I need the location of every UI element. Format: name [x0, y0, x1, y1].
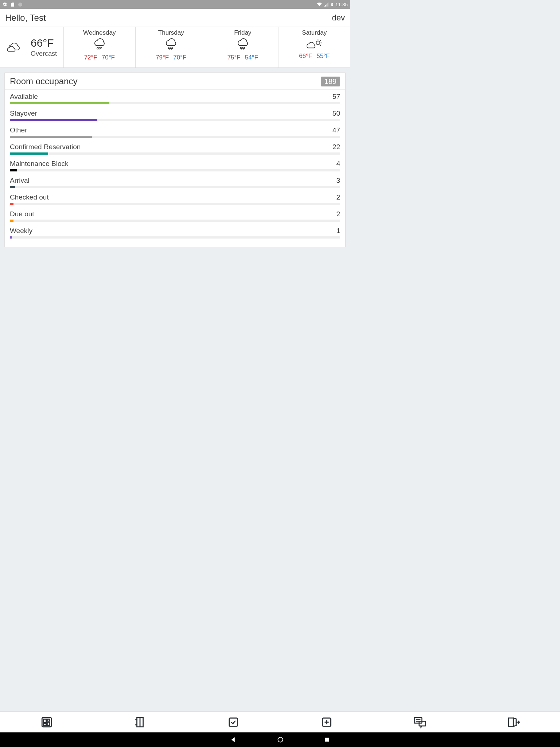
rain-icon	[92, 38, 108, 53]
svg-line-9	[170, 47, 170, 50]
status-left	[2, 2, 23, 7]
occupancy-bar	[10, 136, 340, 138]
svg-line-12	[242, 47, 243, 49]
overcast-icon	[5, 40, 26, 55]
occupancy-row[interactable]: Arrival3	[5, 174, 345, 190]
occupancy-row[interactable]: Stayover50	[5, 107, 345, 123]
occupancy-label: Maintenance Block	[10, 160, 69, 168]
occupancy-row[interactable]: Available57	[5, 90, 345, 107]
forecast-lo: 70°F	[102, 54, 115, 61]
battery-icon	[330, 2, 334, 7]
forecast-day-label: Thursday	[158, 29, 184, 36]
circle-icon	[18, 2, 23, 7]
occupancy-row[interactable]: Checked out2	[5, 190, 345, 207]
svg-line-4	[98, 47, 98, 50]
occupancy-bar	[10, 203, 340, 205]
occupancy-value: 50	[332, 109, 340, 117]
occupancy-row[interactable]: Weekly1	[5, 224, 345, 241]
forecast-hi: 79°F	[156, 54, 169, 61]
occupancy-value: 22	[332, 143, 340, 151]
forecast-day: Wednesday72°F70°F	[64, 27, 136, 67]
forecast: Wednesday72°F70°FThursday79°F70°FFriday7…	[64, 27, 350, 67]
occupancy-value: 47	[332, 126, 340, 134]
app-header: Hello, Test dev	[0, 9, 350, 27]
svg-line-5	[100, 47, 101, 50]
forecast-temps: 72°F70°F	[84, 54, 115, 61]
forecast-hi: 75°F	[228, 54, 241, 61]
partly-cloudy-icon	[306, 38, 323, 52]
sd-card-icon	[10, 2, 15, 7]
occupancy-label: Weekly	[10, 227, 32, 235]
occupancy-bar	[10, 236, 340, 239]
occupancy-row[interactable]: Other47	[5, 123, 345, 140]
svg-line-7	[170, 47, 171, 49]
svg-line-6	[168, 47, 169, 49]
wifi-icon	[316, 2, 322, 7]
occupancy-rows: Available57Stayover50Other47Confirmed Re…	[5, 90, 345, 247]
occupancy-bar	[10, 169, 340, 171]
occupancy-value: 1	[336, 227, 340, 235]
current-temp: 66°F	[31, 37, 57, 49]
weather-row: 66°F Overcast Wednesday72°F70°FThursday7…	[0, 27, 350, 68]
forecast-lo: 70°F	[173, 54, 186, 61]
forecast-day-label: Friday	[234, 29, 251, 36]
svg-line-2	[99, 47, 100, 49]
occupancy-row[interactable]: Due out2	[5, 207, 345, 224]
svg-point-0	[18, 3, 22, 7]
svg-line-14	[241, 47, 242, 50]
total-badge: 189	[321, 77, 340, 86]
gear-icon	[2, 2, 7, 7]
forecast-lo: 54°F	[245, 54, 258, 61]
occupancy-label: Checked out	[10, 193, 49, 201]
occupancy-row[interactable]: Confirmed Reservation22	[5, 140, 345, 157]
svg-line-19	[320, 40, 321, 41]
weather-now: 66°F Overcast	[0, 27, 64, 67]
forecast-temps: 75°F54°F	[228, 54, 258, 61]
occupancy-label: Other	[10, 126, 27, 134]
occupancy-bar	[10, 102, 340, 104]
occupancy-bar	[10, 119, 340, 121]
occupancy-bar	[10, 220, 340, 222]
occupancy-label: Due out	[10, 210, 34, 218]
current-condition: Overcast	[31, 50, 57, 58]
occupancy-value: 2	[336, 210, 340, 218]
svg-line-10	[171, 47, 172, 50]
svg-line-20	[320, 45, 321, 46]
forecast-hi: 72°F	[84, 54, 97, 61]
occupancy-value: 2	[336, 193, 340, 201]
signal-icon	[324, 2, 329, 7]
status-time: 11:35	[335, 2, 348, 7]
occupancy-value: 57	[332, 93, 340, 101]
card-header: Room occupancy 189	[5, 73, 345, 90]
occupancy-label: Confirmed Reservation	[10, 143, 81, 151]
svg-point-16	[316, 41, 320, 44]
forecast-day-label: Saturday	[302, 29, 327, 36]
occupancy-bar	[10, 186, 340, 188]
svg-line-11	[240, 47, 241, 49]
greeting-text: Hello, Test	[5, 13, 46, 23]
forecast-day: Thursday79°F70°F	[136, 27, 207, 67]
forecast-lo: 55°F	[316, 53, 330, 60]
svg-line-3	[101, 47, 101, 49]
forecast-day: Saturday66°F55°F	[279, 27, 350, 67]
occupancy-label: Stayover	[10, 109, 37, 117]
forecast-temps: 79°F70°F	[156, 54, 186, 61]
status-right: 11:35	[316, 2, 348, 7]
svg-line-15	[243, 47, 244, 50]
occupancy-label: Arrival	[10, 177, 30, 185]
occupancy-value: 4	[336, 160, 340, 168]
occupancy-card: Room occupancy 189 Available57Stayover50…	[4, 72, 346, 247]
android-status-bar: 11:35	[0, 0, 350, 9]
occupancy-label: Available	[10, 93, 38, 101]
occupancy-value: 3	[336, 177, 340, 185]
forecast-day-label: Wednesday	[83, 29, 116, 36]
svg-line-13	[244, 47, 245, 49]
svg-line-1	[97, 47, 97, 49]
forecast-hi: 66°F	[299, 53, 312, 60]
occupancy-row[interactable]: Maintenance Block4	[5, 157, 345, 174]
svg-line-8	[172, 47, 173, 49]
rain-icon	[163, 38, 179, 53]
rain-icon	[235, 38, 251, 53]
forecast-day: Friday75°F54°F	[207, 27, 279, 67]
card-title: Room occupancy	[10, 76, 77, 86]
